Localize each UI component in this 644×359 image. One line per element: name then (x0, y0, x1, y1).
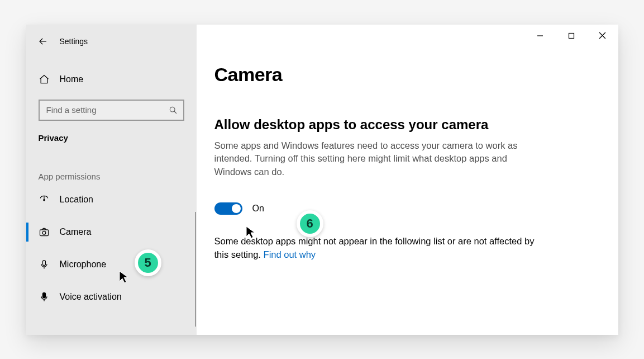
search-box[interactable] (39, 100, 184, 121)
svg-rect-5 (40, 229, 48, 235)
section-title: Allow desktop apps to access your camera (214, 117, 579, 133)
sidebar-item-label: Location (50, 195, 94, 205)
sidebar-home-label: Home (50, 74, 84, 84)
page-title: Camera (214, 64, 579, 86)
svg-rect-9 (42, 292, 45, 297)
minimize-icon (537, 32, 543, 39)
voice-icon (39, 291, 50, 303)
section-desc: Some apps and Windows features need to a… (214, 139, 538, 180)
search-icon (169, 106, 178, 115)
close-button[interactable] (587, 25, 618, 47)
note-text: Some desktop apps might not appear in th… (214, 235, 538, 262)
sidebar-item-label: Microphone (50, 259, 107, 270)
svg-point-1 (170, 107, 175, 112)
back-arrow-icon (38, 36, 48, 46)
svg-rect-12 (569, 33, 574, 38)
sidebar-item-microphone[interactable]: Microphone (26, 248, 197, 281)
cursor-icon (246, 226, 256, 239)
svg-rect-7 (42, 260, 45, 265)
sidebar-section-heading: Privacy (26, 121, 197, 143)
minimize-button[interactable] (524, 25, 556, 47)
titlebar-left: Settings (26, 30, 197, 53)
svg-line-2 (174, 111, 176, 114)
annotation-step-6: 6 (297, 210, 323, 237)
sidebar: Settings Home Priva (26, 25, 197, 335)
sidebar-item-label: Camera (50, 227, 92, 237)
sidebar-nav-list: Location Camera (26, 183, 197, 313)
close-icon (599, 32, 606, 39)
find-out-why-link[interactable]: Find out why (264, 249, 316, 259)
camera-access-toggle[interactable] (214, 202, 242, 215)
search-wrap (39, 100, 184, 121)
home-icon (39, 74, 50, 85)
sidebar-item-location[interactable]: Location (26, 183, 197, 216)
note-text-span: Some desktop apps might not appear in th… (214, 236, 535, 259)
app-title: Settings (54, 37, 88, 46)
content-area: Camera Allow desktop apps to access your… (197, 25, 618, 335)
svg-point-6 (42, 231, 46, 234)
window-controls (524, 25, 618, 47)
settings-window: Settings Home Priva (26, 25, 618, 335)
maximize-button[interactable] (556, 25, 587, 47)
annotation-step-5: 5 (135, 249, 161, 276)
sidebar-scrollbar[interactable] (195, 212, 196, 327)
sidebar-group-heading: App permissions (26, 143, 197, 181)
sidebar-item-voice-activation[interactable]: Voice activation (26, 281, 197, 313)
sidebar-item-label: Voice activation (50, 292, 122, 302)
maximize-icon (568, 32, 575, 39)
back-button[interactable] (32, 30, 54, 53)
microphone-icon (39, 259, 50, 270)
location-icon (39, 194, 50, 205)
search-input[interactable] (46, 105, 169, 115)
toggle-row: On (214, 202, 579, 215)
sidebar-item-camera[interactable]: Camera (26, 216, 197, 248)
camera-icon (39, 226, 50, 238)
toggle-label: On (252, 204, 264, 214)
toggle-knob (232, 204, 241, 213)
sidebar-home[interactable]: Home (26, 68, 197, 91)
svg-point-4 (43, 199, 45, 201)
cursor-icon (119, 271, 129, 284)
